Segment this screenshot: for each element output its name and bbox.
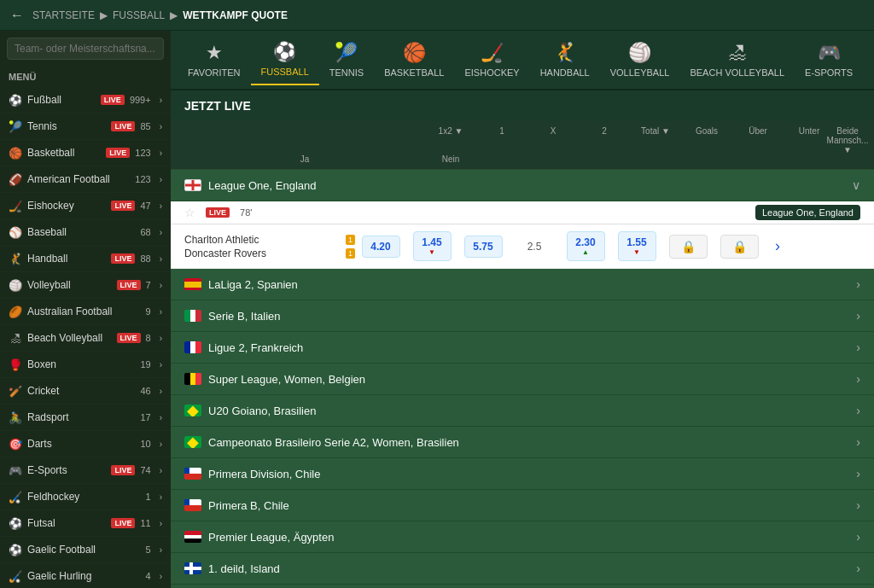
sidebar-item-cricket[interactable]: 🏏 Cricket 46 › <box>0 378 171 405</box>
league-name: Campeonato Brasileiro Serie A2, Women, B… <box>208 436 849 449</box>
sidebar-item-esports[interactable]: 🎮 E-Sports LIVE74 › <box>0 457 171 484</box>
flag-iceland <box>184 562 201 574</box>
league-name: Primera B, Chile <box>208 499 849 512</box>
more-matches-btn[interactable]: › <box>765 237 790 255</box>
league-row-superleague-belgium: Super League, Women, Belgien › <box>171 364 874 395</box>
league-header-ligue2-france[interactable]: Ligue 2, Frankreich › <box>171 332 874 364</box>
league-header-league-one-england[interactable]: League One, England ∨ <box>171 170 874 201</box>
sport-icon: ⚾ <box>9 225 22 239</box>
chevron-right-icon: › <box>160 492 162 502</box>
tab-basketball[interactable]: 🏀 BASKETBALL <box>374 35 454 84</box>
sport-name: Beach Volleyball <box>27 332 112 344</box>
sidebar-item-tennis[interactable]: 🎾 Tennis LIVE85 › <box>0 114 171 140</box>
tab-fussball[interactable]: ⚽ FUSSBALL <box>251 34 319 85</box>
tab-beach-volleyball[interactable]: 🏖 BEACH VOLLEYBALL <box>679 35 795 84</box>
live-badge: LIVE <box>111 253 135 264</box>
sport-icon: 🚴 <box>9 410 22 424</box>
match-minute: 78' <box>240 207 252 218</box>
league-chevron-icon: › <box>856 372 860 386</box>
sidebar-item-boxen[interactable]: 🥊 Boxen 19 › <box>0 352 171 378</box>
th-total-group: Total ▼ <box>630 126 681 154</box>
sidebar-item-fussball[interactable]: ⚽ Fußball LIVE999+ › <box>0 87 171 114</box>
league-header-3-liga-iceland[interactable]: 3. Liga, Island › <box>171 585 874 588</box>
league-header-primera-chile[interactable]: Primera Division, Chile › <box>171 458 874 490</box>
odds-arrow-icon: ▼ <box>428 248 435 256</box>
sport-name: Australian Football <box>27 306 141 317</box>
tab-tennis[interactable]: 🎾 TENNIS <box>319 35 374 84</box>
odds-lock-btn[interactable]: 🔒 <box>669 235 708 259</box>
league-chevron-icon: ∨ <box>852 178 860 192</box>
sidebar-item-feldhockey[interactable]: 🏑 Feldhockey 1 › <box>0 484 171 510</box>
tab-volleyball[interactable]: 🏐 VOLLEYBALL <box>600 35 680 84</box>
section-title: JETZT LIVE <box>171 90 874 121</box>
sport-icon: 🏖 <box>9 331 22 345</box>
league-header-1-deild-iceland[interactable]: 1. deild, Island › <box>171 553 874 585</box>
tab-favoriten[interactable]: ★ FAVORITEN <box>178 35 251 84</box>
odds-btn[interactable]: 1.45▼ <box>413 231 452 261</box>
tab-eishockey[interactable]: 🏒 EISHOCKEY <box>454 35 529 84</box>
search-input[interactable] <box>7 38 164 60</box>
sidebar-item-handball[interactable]: 🤾 Handball LIVE88 › <box>0 246 171 272</box>
app-container: ← STARTSEITE ▶ FUSSBALL ▶ WETTKAMPF QUOT… <box>0 0 874 588</box>
sport-name: Baseball <box>27 226 135 238</box>
fussball-tab-icon: ⚽ <box>273 41 296 63</box>
odds-btn[interactable]: 4.20 <box>362 236 400 258</box>
th-empty <box>184 126 425 154</box>
favoriten-tab-label: FAVORITEN <box>188 67 241 78</box>
odds-btn[interactable]: 2.30▲ <box>567 231 605 261</box>
sport-icon: 🏈 <box>9 172 22 186</box>
odds-cell-2: 5.75 <box>457 236 509 258</box>
item-count: 123 <box>135 148 150 158</box>
sport-name: Feldhockey <box>27 491 141 503</box>
league-chevron-icon: › <box>856 277 860 291</box>
league-header-u20-goiano-brazil[interactable]: U20 Goiano, Brasilien › <box>171 395 874 427</box>
league-header-laliga2-spain[interactable]: LaLiga 2, Spanien › <box>171 269 874 300</box>
home-team: Charlton Athletic <box>184 234 259 246</box>
favoriten-tab-icon: ★ <box>206 42 223 64</box>
home-score: 1 <box>346 235 355 245</box>
league-header-premier-egypt[interactable]: Premier League, Ägypten › <box>171 521 874 553</box>
sidebar-item-darts[interactable]: 🎯 Darts 10 › <box>0 431 171 457</box>
breadcrumb-sport[interactable]: FUSSBALL <box>113 9 165 21</box>
league-header-primera-b-chile[interactable]: Primera B, Chile › <box>171 490 874 521</box>
league-name: U20 Goiano, Brasilien <box>208 405 849 417</box>
breadcrumb-home[interactable]: STARTSEITE <box>32 9 95 21</box>
favorite-star-icon[interactable]: ☆ <box>184 206 195 219</box>
sidebar-item-eishockey[interactable]: 🏒 Eishockey LIVE47 › <box>0 193 171 219</box>
th-uber: Über <box>732 126 784 154</box>
breadcrumb-current: WETTKAMPF QUOTE <box>183 9 288 21</box>
league-header-serie-b-italy[interactable]: Serie B, Italien › <box>171 300 874 332</box>
sidebar-item-radsport[interactable]: 🚴 Radsport 17 › <box>0 405 171 431</box>
item-count: 19 <box>140 359 150 370</box>
back-button[interactable]: ← <box>10 8 24 23</box>
eishockey-tab-label: EISHOCKEY <box>464 67 519 78</box>
flag-belgium <box>184 373 201 385</box>
sport-icon: ⚽ <box>9 93 22 107</box>
flag-italy <box>184 310 201 322</box>
league-name: Super League, Women, Belgien <box>208 373 849 386</box>
chevron-right-icon: › <box>160 175 162 184</box>
odds-cell-6: 🔒 <box>662 235 714 259</box>
sport-name: Radsport <box>27 411 135 423</box>
sidebar-item-baseball[interactable]: ⚾ Baseball 68 › <box>0 219 171 246</box>
tab-handball[interactable]: 🤾 HANDBALL <box>530 35 600 84</box>
tab-esports[interactable]: 🎮 E-SPORTS <box>795 35 863 84</box>
odds-cell-7: 🔒 <box>714 235 765 259</box>
odds-btn[interactable]: 5.75 <box>464 236 503 258</box>
sport-name: Darts <box>27 438 135 450</box>
league-header-superleague-belgium[interactable]: Super League, Women, Belgien › <box>171 364 874 395</box>
odds-lock-btn[interactable]: 🔒 <box>720 235 759 259</box>
tab-futsal[interactable]: ⚽ FUTSAL <box>863 35 874 84</box>
sidebar-item-basketball[interactable]: 🏀 Basketball LIVE123 › <box>0 140 171 166</box>
sidebar-item-american-football[interactable]: 🏈 American Football 123 › <box>0 166 171 193</box>
sidebar-item-beach-volleyball[interactable]: 🏖 Beach Volleyball LIVE8 › <box>0 325 171 352</box>
sidebar-item-australian-football[interactable]: 🏉 Australian Football 9 › <box>0 299 171 325</box>
odds-btn[interactable]: 1.55▼ <box>618 231 656 261</box>
league-header-campeonato-brazil[interactable]: Campeonato Brasileiro Serie A2, Women, B… <box>171 427 874 458</box>
chevron-right-icon: › <box>160 228 162 237</box>
sidebar-item-futsal[interactable]: ⚽ Futsal LIVE11 › <box>0 510 171 537</box>
sidebar-item-gaelic-football[interactable]: ⚽ Gaelic Football 5 › <box>0 537 171 563</box>
sidebar-item-gaelic-hurling[interactable]: 🏑 Gaelic Hurling 4 › <box>0 563 171 588</box>
league-row-u20-goiano-brazil: U20 Goiano, Brasilien › <box>171 395 874 427</box>
sidebar-item-volleyball[interactable]: 🏐 Volleyball LIVE7 › <box>0 272 171 299</box>
